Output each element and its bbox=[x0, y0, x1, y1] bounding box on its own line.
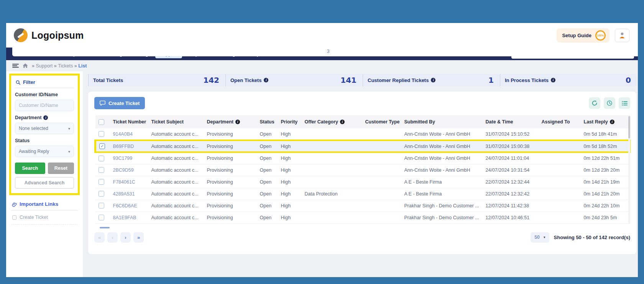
column-header-department[interactable]: Departmenti bbox=[204, 115, 257, 128]
column-header-offer-category[interactable]: Offer Categoryi bbox=[302, 115, 362, 128]
cell-number[interactable]: 93C1799 bbox=[110, 152, 148, 164]
stat-label: Open Ticketsi bbox=[230, 77, 268, 83]
row-checkbox[interactable] bbox=[99, 179, 104, 185]
row-checkbox[interactable] bbox=[99, 156, 104, 161]
cell-assigned-to bbox=[539, 164, 581, 176]
cell-offer-category bbox=[302, 152, 362, 164]
column-header-customer-type[interactable]: Customer Type bbox=[362, 115, 401, 128]
cell-submitted-by: Prakhar Singh - Demo Customer ... bbox=[401, 212, 483, 223]
cell-department: Provisioning bbox=[204, 200, 257, 212]
tickets-table: Ticket NumberTicket SubjectDepartmentiSt… bbox=[94, 115, 631, 224]
prev-page-button[interactable]: ‹ bbox=[107, 232, 118, 243]
column-header-label: Last Reply bbox=[584, 119, 608, 125]
list-view-button[interactable] bbox=[619, 97, 630, 109]
select-all-checkbox[interactable] bbox=[99, 119, 104, 125]
create-ticket-button[interactable]: Create Ticket bbox=[94, 97, 145, 109]
cell-number[interactable]: 914A0B4 bbox=[110, 128, 148, 140]
setup-guide-label: Setup Guide bbox=[562, 33, 591, 38]
cell-number[interactable]: F6C6D6AE bbox=[110, 200, 148, 212]
cell-number[interactable]: F784061C bbox=[110, 176, 148, 188]
record-count: Showing 50 - 50 of 142 record(s) bbox=[554, 235, 630, 240]
cell-offer-category: Data Protection bbox=[302, 188, 362, 200]
avatar[interactable] bbox=[615, 29, 629, 42]
column-header-last-reply[interactable]: Last Replyi bbox=[581, 115, 630, 128]
breadcrumb-item-list[interactable]: List bbox=[78, 63, 87, 69]
cell-number[interactable]: B69FFBD bbox=[110, 140, 148, 152]
column-header-ticket-number[interactable]: Ticket Number bbox=[110, 115, 148, 128]
menu-toggle-icon[interactable] bbox=[12, 63, 19, 68]
department-select[interactable]: None selected ▾ bbox=[15, 123, 74, 134]
vertical-scrollbar[interactable] bbox=[628, 115, 630, 224]
link-item-create-ticket[interactable]: Create Ticket bbox=[12, 210, 77, 225]
cell-status: Open bbox=[257, 164, 278, 176]
cell-date-time: 31/07/2024 15:10:52 bbox=[483, 128, 539, 140]
cell-last-reply: 0m 14d 21h 19m bbox=[581, 176, 630, 188]
table-row[interactable]: ✓B69FFBDAutomatic account c...Provisioni… bbox=[95, 140, 630, 152]
home-icon[interactable] bbox=[23, 63, 28, 68]
breadcrumb: » Support » Tickets » List bbox=[32, 63, 87, 69]
breadcrumb-item-support[interactable]: Support bbox=[36, 63, 54, 69]
cell-status: Open bbox=[257, 128, 278, 140]
cell-status: Open bbox=[257, 176, 278, 188]
table-row[interactable]: 93C1799Automatic account c...Provisionin… bbox=[95, 152, 630, 164]
table-row[interactable]: 4289A531Automatic account c...Provisioni… bbox=[95, 188, 630, 200]
setup-guide-button[interactable]: Setup Guide 100% bbox=[557, 28, 610, 43]
horizontal-scrollbar[interactable] bbox=[100, 227, 110, 228]
column-header-submitted-by[interactable]: Submitted By bbox=[401, 115, 483, 128]
column-header-priority[interactable]: Priority bbox=[278, 115, 302, 128]
cell-department: Provisioning bbox=[204, 212, 257, 223]
table-row[interactable]: 914A0B4Automatic account c...Provisionin… bbox=[95, 128, 630, 140]
table-row[interactable]: 8A1E9FABAutomatic account c...Provisioni… bbox=[95, 212, 630, 223]
row-checkbox[interactable] bbox=[99, 203, 104, 208]
advanced-search-button[interactable]: Advanced Search bbox=[15, 177, 74, 189]
next-page-button[interactable]: › bbox=[120, 232, 131, 243]
cell-customer-type bbox=[362, 128, 401, 140]
status-select[interactable]: Awaiting Reply ▾ bbox=[15, 146, 74, 157]
row-checkbox[interactable] bbox=[99, 167, 104, 173]
column-header-date-time[interactable]: Date & Time bbox=[483, 115, 539, 128]
cell-offer-category bbox=[302, 176, 362, 188]
row-checkbox[interactable] bbox=[99, 131, 104, 137]
cell-status: Open bbox=[257, 200, 278, 212]
main-content: Total Tickets142Open Ticketsi141Customer… bbox=[83, 71, 638, 277]
column-header-label: Ticket Subject bbox=[151, 119, 184, 125]
search-button[interactable]: Search bbox=[15, 163, 45, 174]
last-page-button[interactable]: » bbox=[133, 232, 144, 243]
customer-id-input[interactable] bbox=[15, 100, 74, 111]
page-size-select[interactable]: 50 ▾ bbox=[531, 232, 549, 243]
table-row[interactable]: F6C6D6AEAutomatic account c...Provisioni… bbox=[95, 200, 630, 212]
column-header-status[interactable]: Status bbox=[257, 115, 278, 128]
row-checkbox[interactable] bbox=[99, 215, 104, 220]
first-page-button[interactable]: « bbox=[94, 232, 105, 243]
page-button-3[interactable]: 3 bbox=[12, 46, 638, 56]
table-row[interactable]: F784061CAutomatic account c...Provisioni… bbox=[95, 176, 630, 188]
column-header-label: Department bbox=[207, 119, 233, 125]
cell-submitted-by: Ann-Cristin Woite - Anni GmbH bbox=[401, 152, 483, 164]
cell-last-reply: 0m 5d 18h 52m bbox=[581, 140, 630, 152]
cell-number[interactable]: 2BC9D59 bbox=[110, 164, 148, 176]
row-checkbox-cell: ✓ bbox=[95, 140, 110, 152]
breadcrumb-item-tickets[interactable]: Tickets bbox=[58, 63, 74, 69]
reset-button[interactable]: Reset bbox=[48, 163, 74, 174]
cell-subject: Automatic account c... bbox=[148, 188, 204, 200]
column-header-assigned-to[interactable]: Assigned To bbox=[539, 115, 581, 128]
chevron-down-icon: ▾ bbox=[68, 126, 70, 131]
chat-icon bbox=[100, 100, 105, 106]
stat-value: 1 bbox=[488, 76, 494, 85]
history-button[interactable] bbox=[604, 97, 615, 109]
cell-priority: High bbox=[278, 200, 302, 212]
stat-card-open-tickets: Open Ticketsi141 bbox=[225, 74, 362, 86]
table-row[interactable]: 2BC9D59Automatic account c...Provisionin… bbox=[95, 164, 630, 176]
row-checkbox[interactable] bbox=[99, 191, 104, 197]
row-checkbox-cell bbox=[95, 200, 110, 212]
column-header-ticket-subject[interactable]: Ticket Subject bbox=[148, 115, 204, 128]
column-header-label: Status bbox=[260, 119, 274, 125]
cell-date-time: 12/07/2024 10:46:51 bbox=[483, 212, 539, 223]
row-checkbox[interactable]: ✓ bbox=[99, 143, 105, 149]
cell-number[interactable]: 4289A531 bbox=[110, 188, 148, 200]
cell-status: Open bbox=[257, 188, 278, 200]
cell-subject: Automatic account c... bbox=[148, 164, 204, 176]
refresh-button[interactable] bbox=[589, 97, 600, 109]
cell-number[interactable]: 8A1E9FAB bbox=[110, 212, 148, 223]
cell-assigned-to bbox=[539, 212, 581, 223]
